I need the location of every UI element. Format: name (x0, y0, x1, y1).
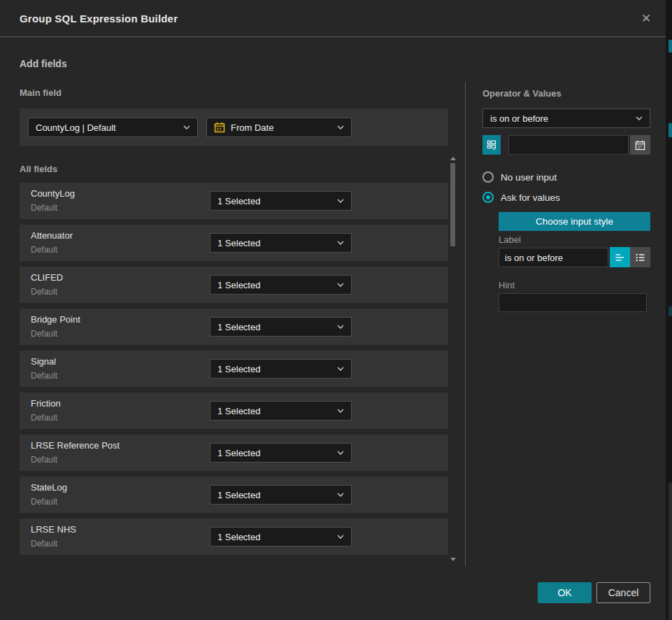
field-sublabel: Default (31, 539, 57, 549)
background-fragment (669, 123, 672, 137)
main-field-label: Main field (20, 87, 62, 98)
add-fields-heading: Add fields (20, 58, 67, 69)
list-scrollbar[interactable] (450, 155, 457, 563)
field-select-value: 1 Selected (217, 196, 331, 206)
label-input[interactable] (499, 248, 608, 267)
field-select[interactable]: 1 Selected (210, 443, 352, 463)
chevron-down-icon (337, 241, 344, 245)
chevron-down-icon (337, 535, 344, 539)
radio-label: No user input (501, 172, 557, 183)
choose-input-style-button[interactable]: Choose input style (499, 212, 650, 231)
align-left-icon (615, 253, 625, 262)
radio-circle-icon (482, 171, 494, 183)
close-icon[interactable]: ✕ (638, 10, 655, 27)
field-select-value: 1 Selected (217, 238, 331, 248)
main-field-select-value: From Date (231, 122, 331, 133)
field-row-bridge-point: Bridge Point Default 1 Selected (20, 309, 448, 345)
main-layer-select-value: CountyLog | Default (36, 122, 178, 133)
field-select[interactable]: 1 Selected (210, 275, 352, 295)
scroll-down-arrow-icon[interactable] (450, 558, 456, 561)
field-name: Signal (31, 356, 56, 367)
field-sublabel: Default (31, 497, 57, 507)
field-select-value: 1 Selected (217, 322, 331, 332)
cancel-button[interactable]: Cancel (596, 582, 650, 603)
field-sublabel: Default (31, 455, 57, 465)
operator-select-value: is on or before (490, 113, 630, 124)
chevron-down-icon (337, 409, 344, 413)
background-fragment (669, 483, 672, 620)
list-input-style-button[interactable] (630, 247, 650, 267)
ok-button[interactable]: OK (538, 582, 592, 603)
date-picker-button[interactable] (630, 135, 650, 155)
field-row-countylog: CountyLog Default 1 Selected (20, 183, 448, 219)
all-fields-list: CountyLog Default 1 Selected Attenuator … (20, 183, 448, 555)
field-select[interactable]: 1 Selected (210, 191, 352, 211)
field-sublabel: Default (31, 287, 57, 297)
field-select[interactable]: 1 Selected (210, 527, 352, 547)
field-select-value: 1 Selected (217, 406, 331, 416)
field-name: Bridge Point (31, 314, 80, 325)
field-sublabel: Default (31, 371, 57, 381)
radio-ask-for-values[interactable]: Ask for values (482, 192, 560, 203)
field-select-value: 1 Selected (217, 532, 331, 542)
field-name: Attenuator (31, 230, 73, 241)
background-fragment (669, 40, 672, 52)
main-field-panel: CountyLog | Default From Date (20, 108, 448, 146)
field-select[interactable]: 1 Selected (210, 317, 352, 337)
main-field-select[interactable]: From Date (206, 118, 352, 137)
radio-label: Ask for values (501, 192, 560, 203)
field-select-value: 1 Selected (217, 448, 331, 458)
scroll-up-arrow-icon[interactable] (450, 157, 456, 160)
field-name: StateLog (31, 482, 67, 493)
all-fields-label: All fields (20, 164, 57, 174)
field-sublabel: Default (31, 413, 57, 423)
field-row-attenuator: Attenuator Default 1 Selected (20, 225, 448, 261)
dialog-header: Group SQL Expression Builder ✕ (0, 0, 666, 37)
operator-select[interactable]: is on or before (482, 108, 650, 128)
radio-no-user-input[interactable]: No user input (482, 171, 557, 183)
chevron-down-icon (337, 283, 344, 287)
bullet-list-icon (635, 253, 645, 262)
field-select-value: 1 Selected (217, 280, 331, 290)
chevron-down-icon (337, 451, 344, 455)
value-input[interactable] (508, 135, 629, 155)
field-name: LRSE NHS (31, 524, 76, 535)
radio-selected-icon (482, 192, 494, 203)
unique-values-button[interactable] (482, 135, 501, 155)
scrollbar-thumb[interactable] (450, 163, 455, 246)
stacked-values-icon (487, 139, 496, 150)
field-row-lrse-nhs: LRSE NHS Default 1 Selected (20, 519, 448, 555)
group-sql-expression-builder-dialog: Group SQL Expression Builder ✕ Add field… (0, 0, 666, 620)
field-sublabel: Default (31, 203, 57, 213)
field-select[interactable]: 1 Selected (210, 485, 352, 505)
calendar-icon (635, 140, 645, 150)
field-select[interactable]: 1 Selected (210, 359, 352, 379)
background-app-strip (666, 0, 672, 620)
field-name: LRSE Reference Post (31, 440, 120, 451)
label-field-label: Label (499, 234, 521, 245)
field-row-signal: Signal Default 1 Selected (20, 351, 448, 387)
field-select-value: 1 Selected (217, 490, 331, 500)
field-sublabel: Default (31, 245, 57, 255)
single-input-style-button[interactable] (610, 247, 630, 267)
field-row-friction: Friction Default 1 Selected (20, 393, 448, 429)
field-select[interactable]: 1 Selected (210, 233, 352, 253)
hint-field-label: Hint (499, 280, 515, 290)
field-select[interactable]: 1 Selected (210, 401, 352, 421)
operator-values-label: Operator & Values (482, 88, 562, 99)
background-fragment (669, 307, 672, 316)
field-name: CLIFED (31, 272, 63, 283)
chevron-down-icon (337, 199, 344, 203)
calendar-icon (214, 122, 225, 133)
field-name: CountyLog (31, 188, 75, 199)
chevron-down-icon (183, 125, 190, 129)
field-row-statelog: StateLog Default 1 Selected (20, 477, 448, 513)
field-sublabel: Default (31, 329, 57, 339)
field-select-value: 1 Selected (217, 364, 331, 374)
chevron-down-icon (636, 116, 643, 120)
vertical-divider (465, 83, 466, 565)
hint-input[interactable] (499, 293, 647, 312)
main-layer-select[interactable]: CountyLog | Default (28, 118, 198, 137)
chevron-down-icon (337, 325, 344, 329)
field-row-clifed: CLIFED Default 1 Selected (20, 267, 448, 303)
